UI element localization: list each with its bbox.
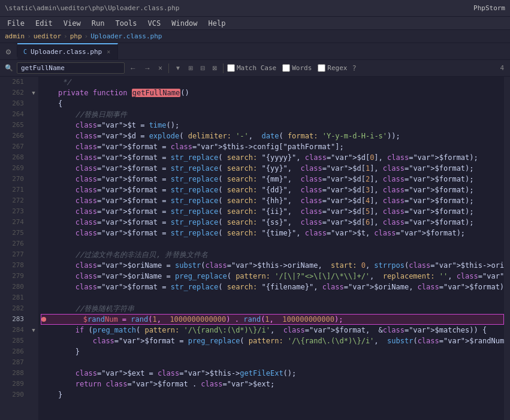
- regex-checkbox[interactable]: [318, 64, 325, 72]
- code-line[interactable]: $randNum = rand(1, 1000000000000) . rand…: [41, 314, 504, 325]
- search-help-icon: ?: [352, 64, 356, 72]
- code-line[interactable]: //替换日期事件: [41, 109, 504, 120]
- menu-file[interactable]: File: [2, 18, 29, 29]
- code-line[interactable]: class="var">$d = explode( delimiter: '-'…: [41, 131, 504, 141]
- search-next-btn[interactable]: →: [141, 63, 153, 74]
- code-line[interactable]: class="var">$format = str_replace( searc…: [41, 163, 504, 174]
- breadcrumb-file[interactable]: Uploader.class.php: [90, 32, 162, 40]
- code-line[interactable]: //过滤文件名的非法自贝, 并替换文件名: [41, 249, 504, 260]
- code-line[interactable]: class="var">$format = str_replace( searc…: [41, 282, 504, 292]
- line-number: 279: [7, 271, 24, 282]
- breadcrumb-admin[interactable]: admin: [5, 32, 25, 40]
- search-filter-btn[interactable]: ▼: [173, 64, 183, 72]
- code-line[interactable]: {: [41, 98, 504, 109]
- code-line[interactable]: return class="var">$format . class="var"…: [41, 379, 504, 389]
- fold-cell[interactable]: [29, 238, 38, 249]
- settings-tab-btn[interactable]: ⚙: [0, 43, 17, 59]
- search-close-btn[interactable]: ×: [156, 63, 165, 74]
- match-case-label[interactable]: Match Case: [227, 64, 276, 72]
- code-line[interactable]: class="var">$format = preg_replace( patt…: [41, 336, 504, 346]
- fold-cell[interactable]: [29, 357, 38, 368]
- menu-help[interactable]: Help: [204, 18, 231, 29]
- menu-tools[interactable]: Tools: [110, 18, 141, 29]
- fold-cell[interactable]: [29, 303, 38, 314]
- code-line[interactable]: class="var">$format = str_replace( searc…: [41, 206, 504, 217]
- fold-cell[interactable]: [29, 206, 38, 217]
- regex-label[interactable]: Regex: [318, 64, 347, 72]
- fold-cell[interactable]: [29, 141, 38, 152]
- code-line[interactable]: class="var">$format = str_replace( searc…: [41, 195, 504, 206]
- fold-cell[interactable]: [29, 98, 38, 109]
- fold-cell[interactable]: [29, 195, 38, 206]
- code-line[interactable]: [41, 238, 504, 249]
- search-multiline-btn[interactable]: ⊞: [186, 64, 195, 72]
- menu-view[interactable]: View: [59, 18, 86, 29]
- fold-gutter: ▼▼: [29, 77, 38, 420]
- code-line[interactable]: class="var">$oriName = preg_replace( pat…: [41, 271, 504, 282]
- search-words-only-btn[interactable]: ⊟: [198, 64, 207, 72]
- scrollbar[interactable]: [504, 77, 510, 420]
- search-prev-btn[interactable]: ←: [127, 63, 139, 74]
- fold-cell[interactable]: [29, 217, 38, 228]
- fold-cell[interactable]: [29, 282, 38, 292]
- fold-cell[interactable]: [29, 368, 38, 379]
- fold-cell[interactable]: [29, 249, 38, 260]
- code-line[interactable]: class="var">$t = time();: [41, 120, 504, 131]
- breadcrumb-php[interactable]: php: [70, 32, 82, 40]
- words-checkbox[interactable]: [282, 64, 290, 72]
- code-line[interactable]: class="var">$format = str_replace( searc…: [41, 228, 504, 238]
- code-line[interactable]: class="var">$oriName = substr(class="var…: [41, 260, 504, 271]
- fold-cell[interactable]: [29, 379, 38, 389]
- fold-cell[interactable]: [29, 163, 38, 174]
- code-area[interactable]: */ private function getFullName() { //替换…: [38, 77, 504, 420]
- fold-cell[interactable]: [29, 292, 38, 303]
- menubar: File Edit View Run Tools VCS Window Help: [0, 17, 510, 30]
- fold-cell[interactable]: [29, 131, 38, 141]
- fold-cell[interactable]: ▼: [29, 325, 38, 336]
- words-label[interactable]: Words: [282, 64, 312, 72]
- menu-vcs[interactable]: VCS: [143, 18, 166, 29]
- tab-close-btn[interactable]: ×: [105, 48, 111, 56]
- line-number: 262: [7, 87, 24, 98]
- menu-edit[interactable]: Edit: [31, 18, 58, 29]
- fold-cell[interactable]: [29, 120, 38, 131]
- fold-cell[interactable]: [29, 185, 38, 195]
- fold-cell[interactable]: ▼: [29, 87, 38, 98]
- code-line[interactable]: class="var">$format = class="var">$this-…: [41, 141, 504, 152]
- code-line[interactable]: class="var">$format = str_replace( searc…: [41, 217, 504, 228]
- breadcrumb-ueditor[interactable]: ueditor: [34, 32, 61, 40]
- code-line[interactable]: if (preg_match( pattern: '/\{rand\:(\d*)…: [41, 325, 504, 336]
- match-case-checkbox[interactable]: [227, 64, 235, 72]
- fold-cell[interactable]: [29, 77, 38, 87]
- code-line[interactable]: class="var">$ext = class="var">$this->ge…: [41, 368, 504, 379]
- code-line[interactable]: class="var">$format = str_replace( searc…: [41, 185, 504, 195]
- code-line[interactable]: [41, 357, 504, 368]
- code-line[interactable]: //替换随机字符串: [41, 303, 504, 314]
- search-funnel-btn[interactable]: ⊠: [210, 64, 219, 72]
- code-line[interactable]: }: [41, 389, 504, 400]
- code-line[interactable]: class="var">$format = str_replace( searc…: [41, 152, 504, 163]
- line-number: 265: [7, 120, 24, 131]
- code-line[interactable]: }: [41, 346, 504, 357]
- line-number: 276: [7, 238, 24, 249]
- fold-cell[interactable]: [29, 336, 38, 346]
- fold-cell[interactable]: [29, 389, 38, 400]
- code-line[interactable]: [41, 292, 504, 303]
- fold-cell[interactable]: [29, 314, 38, 325]
- fold-cell[interactable]: [29, 174, 38, 185]
- fold-cell[interactable]: [29, 109, 38, 120]
- line-number: 270: [7, 174, 24, 185]
- menu-run[interactable]: Run: [87, 18, 110, 29]
- fold-cell[interactable]: [29, 271, 38, 282]
- fold-cell[interactable]: [29, 152, 38, 163]
- fold-cell[interactable]: [29, 346, 38, 357]
- line-number: 280: [7, 282, 24, 292]
- code-line[interactable]: private function getFullName(): [41, 87, 504, 98]
- fold-cell[interactable]: [29, 228, 38, 238]
- search-input[interactable]: [17, 62, 125, 74]
- code-line[interactable]: */: [41, 77, 504, 87]
- fold-cell[interactable]: [29, 260, 38, 271]
- tab-uploader[interactable]: C Uploader.class.php ×: [17, 43, 118, 59]
- code-line[interactable]: class="var">$format = str_replace( searc…: [41, 174, 504, 185]
- menu-window[interactable]: Window: [167, 18, 202, 29]
